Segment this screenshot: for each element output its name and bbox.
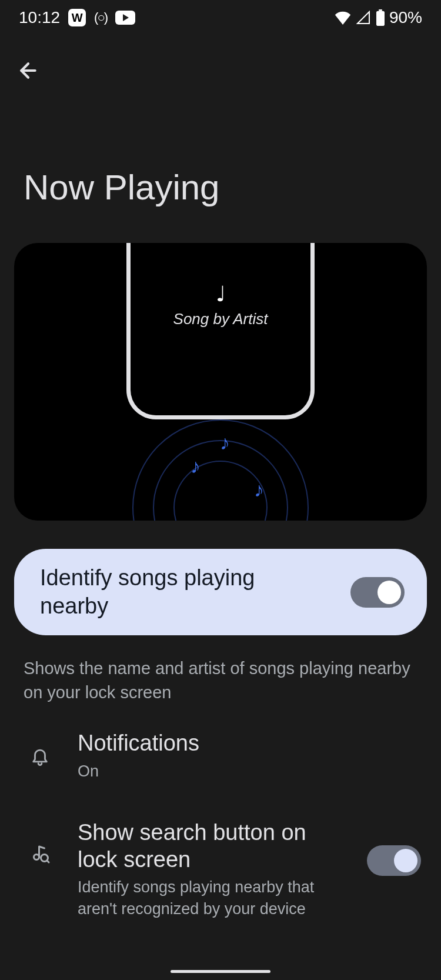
ripple-icon (121, 408, 320, 521)
identify-songs-toggle-row[interactable]: Identify songs playing nearby (14, 549, 427, 635)
music-note-icon: ♩ (216, 282, 226, 306)
youtube-icon (115, 11, 135, 25)
signal-icon (355, 11, 372, 25)
search-button-row[interactable]: Show search button on lock screen Identi… (0, 782, 441, 919)
search-button-subtitle: Identify songs playing nearby that aren'… (78, 876, 334, 919)
broadcast-icon: (○) (94, 10, 107, 25)
now-playing-illustration: ♩ Song by Artist ♪ ♪ ♪ (14, 243, 427, 521)
music-search-icon (29, 843, 51, 864)
svg-rect-1 (376, 11, 385, 26)
notifications-row[interactable]: Notifications On (0, 704, 441, 782)
status-bar: 10:12 W (○) 90% (0, 0, 441, 35)
identify-songs-label: Identify songs playing nearby (40, 564, 299, 620)
notifications-value: On (78, 761, 421, 782)
notifications-title: Notifications (78, 730, 421, 757)
home-indicator[interactable] (171, 970, 270, 973)
bell-icon (30, 745, 50, 767)
music-note-icon: ♪ (191, 455, 201, 478)
search-button-switch[interactable] (367, 845, 421, 876)
page-title: Now Playing (0, 85, 441, 243)
back-arrow-icon[interactable] (16, 59, 40, 82)
music-note-icon: ♪ (220, 431, 230, 454)
illustration-caption: Song by Artist (173, 310, 268, 328)
battery-percentage: 90% (389, 8, 422, 27)
status-time: 10:12 (19, 8, 60, 27)
identify-songs-switch[interactable] (350, 577, 405, 608)
wifi-icon (334, 11, 352, 25)
battery-icon (375, 9, 386, 26)
search-button-title: Show search button on lock screen (78, 819, 334, 873)
svg-rect-0 (379, 9, 382, 11)
app-badge-w-icon: W (68, 9, 86, 26)
identify-songs-description: Shows the name and artist of songs playi… (0, 635, 441, 704)
music-note-icon: ♪ (254, 478, 264, 501)
